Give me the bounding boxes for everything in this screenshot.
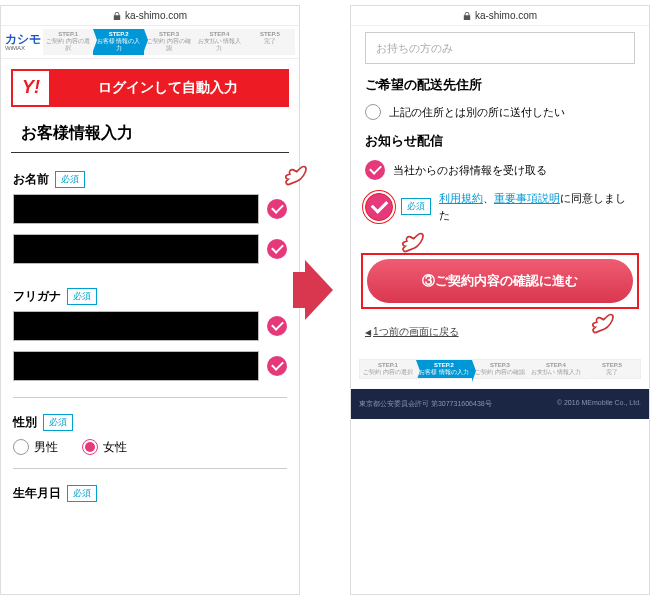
left-pane: ka-shimo.com カシモ WiMAX STEP.1ご契約 内容の選択 S…	[0, 5, 300, 595]
required-badge: 必須	[43, 414, 73, 431]
lastname-input[interactable]	[13, 194, 259, 224]
check-icon	[267, 239, 287, 259]
furigana-label: フリガナ必須	[13, 288, 287, 305]
yahoo-login-button[interactable]: Y! ログインして自動入力	[11, 69, 289, 107]
brand-logo: カシモ WiMAX	[5, 33, 41, 51]
step-1: STEP.1ご契約 内容の選択	[360, 360, 416, 378]
url-text: ka-shimo.com	[125, 10, 187, 21]
lock-icon	[463, 12, 471, 20]
footer-copyright: © 2016 MEmobile Co., Ltd.	[557, 399, 641, 409]
step-2: STEP.2お客様 情報の入力	[416, 360, 472, 378]
pointer-hand-icon	[395, 225, 429, 259]
name-label: お名前必須	[13, 171, 287, 188]
yahoo-logo: Y!	[13, 71, 49, 105]
radio-icon	[13, 439, 29, 455]
dob-label: 生年月日必須	[13, 485, 287, 502]
firstname-input[interactable]	[13, 234, 259, 264]
divider	[13, 397, 287, 398]
notice-checkbox[interactable]: 当社からのお得情報を受け取る	[365, 160, 635, 180]
ship-alt-radio[interactable]: 上記の住所とは別の所に送付したい	[365, 104, 635, 120]
progress-stepper: STEP.1ご契約 内容の選択 STEP.2お客様 情報の入力 STEP.3ご契…	[43, 29, 295, 55]
header: カシモ WiMAX STEP.1ご契約 内容の選択 STEP.2お客様 情報の入…	[1, 26, 299, 59]
radio-selected-icon	[82, 439, 98, 455]
proceed-button[interactable]: ③ご契約内容の確認に進む	[367, 259, 633, 303]
check-icon	[365, 193, 393, 221]
notice-title: お知らせ配信	[365, 132, 635, 150]
gender-male-radio[interactable]: 男性	[13, 439, 58, 456]
required-badge: 必須	[67, 485, 97, 502]
url-bar: ka-shimo.com	[1, 6, 299, 26]
gender-female-radio[interactable]: 女性	[82, 439, 127, 456]
page-title: お客様情報入力	[11, 117, 289, 153]
check-icon	[267, 356, 287, 376]
pointer-hand-icon	[278, 158, 312, 192]
firstname-kana-input[interactable]	[13, 351, 259, 381]
footer: 東京都公安委員会許可 第307731606438号 © 2016 MEmobil…	[351, 389, 649, 419]
footer-stepper: STEP.1ご契約 内容の選択 STEP.2お客様 情報の入力 STEP.3ご契…	[359, 359, 641, 379]
lock-icon	[113, 12, 121, 20]
required-badge: 必須	[401, 198, 431, 215]
right-pane: ka-shimo.com お持ちの方のみ ご希望の配送先住所 上記の住所とは別の…	[350, 5, 650, 595]
step-2: STEP.2お客様 情報の入力	[93, 29, 143, 55]
step-4: STEP.4お支払い 情報入力	[528, 360, 584, 378]
cta-wrapper: ③ご契約内容の確認に進む	[361, 253, 639, 309]
check-icon	[365, 160, 385, 180]
divider	[13, 468, 287, 469]
step-4: STEP.4お支払い 情報入力	[194, 29, 244, 55]
url-text: ka-shimo.com	[475, 10, 537, 21]
important-link[interactable]: 重要事項説明	[494, 192, 560, 204]
radio-icon	[365, 104, 381, 120]
lastname-kana-input[interactable]	[13, 311, 259, 341]
terms-link[interactable]: 利用規約	[439, 192, 483, 204]
yahoo-login-label: ログインして自動入力	[49, 71, 287, 105]
required-badge: 必須	[67, 288, 97, 305]
terms-agree[interactable]: 必須 利用規約、重要事項説明に同意しました	[365, 190, 635, 223]
required-badge: 必須	[55, 171, 85, 188]
step-3: STEP.3ご契約 内容の確認	[144, 29, 194, 55]
coupon-input[interactable]: お持ちの方のみ	[365, 32, 635, 64]
pointer-hand-icon	[585, 306, 619, 340]
step-3: STEP.3ご契約 内容の確認	[472, 360, 528, 378]
step-5: STEP.5完了	[584, 360, 640, 378]
footer-license: 東京都公安委員会許可 第307731606438号	[359, 399, 492, 409]
step-1: STEP.1ご契約 内容の選択	[43, 29, 93, 55]
step-5: STEP.5完了	[245, 29, 295, 55]
shipping-title: ご希望の配送先住所	[365, 76, 635, 94]
arrow-icon	[305, 260, 333, 320]
url-bar: ka-shimo.com	[351, 6, 649, 26]
gender-label: 性別必須	[13, 414, 287, 431]
check-icon	[267, 199, 287, 219]
check-icon	[267, 316, 287, 336]
